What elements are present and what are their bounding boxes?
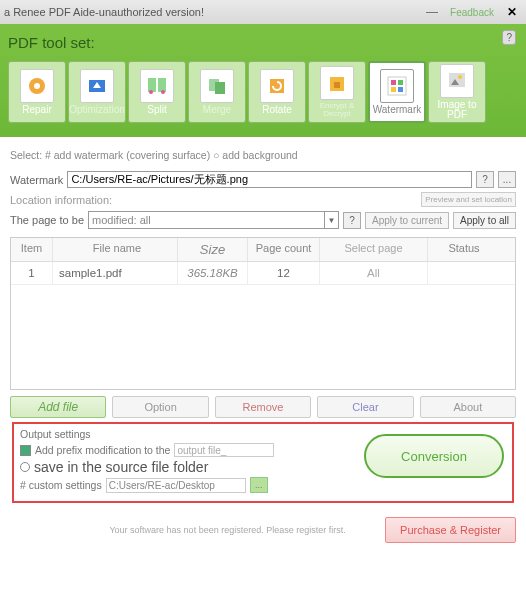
clear-button[interactable]: Clear (317, 396, 413, 418)
svg-rect-16 (391, 87, 396, 92)
optimize-icon (80, 69, 114, 103)
feedback-link[interactable]: Feadback (450, 7, 494, 18)
svg-rect-9 (215, 82, 225, 94)
gear-icon (20, 69, 54, 103)
watermark-help-button[interactable]: ? (476, 171, 494, 188)
footer: Your software has not been registered. P… (0, 511, 526, 549)
watermark-label: Watermark (10, 174, 63, 186)
cell-status (428, 262, 500, 284)
custom-row: # custom settings ... (20, 477, 506, 493)
svg-rect-13 (388, 77, 406, 95)
th-item: Item (11, 238, 53, 261)
prefix-input[interactable] (174, 443, 274, 457)
tool-label: Rotate (262, 105, 291, 115)
action-button-row: Add file Option Remove Clear About (10, 396, 516, 418)
watermark-path-input[interactable] (67, 171, 472, 188)
cell-size: 365.18KB (178, 262, 248, 284)
tool-label: Split (147, 105, 166, 115)
svg-rect-4 (148, 78, 156, 92)
purchase-register-button[interactable]: Purchase & Register (385, 517, 516, 543)
watermark-browse-button[interactable]: ... (498, 171, 516, 188)
prefix-checkbox[interactable] (20, 445, 31, 456)
cell-page: 12 (248, 262, 320, 284)
close-button[interactable]: ✕ (502, 4, 522, 20)
merge-icon (200, 69, 234, 103)
option-button[interactable]: Option (112, 396, 208, 418)
tool-label: Repair (22, 105, 51, 115)
panel-title: PDF tool set: (8, 34, 518, 51)
tool-split[interactable]: Split (128, 61, 186, 123)
footer-text: Your software has not been registered. P… (10, 525, 385, 535)
titlebar-text: a Renee PDF Aide-unauthorized version! (4, 6, 422, 18)
custom-label: # custom settings (20, 479, 102, 491)
scissors-icon (140, 69, 174, 103)
table-header: Item File name Size Page count Select pa… (11, 238, 515, 262)
toolset-panel: ? PDF tool set: Repair Optimization Spli… (0, 24, 526, 137)
page-mod-label: The page to be (10, 214, 84, 226)
select-mode-row[interactable]: Select: # add watermark (covering surfac… (10, 149, 516, 161)
image-pdf-icon (440, 64, 474, 98)
tool-row: Repair Optimization Split Merge Rotate E… (8, 61, 518, 123)
remove-button[interactable]: Remove (215, 396, 311, 418)
cell-item: 1 (11, 262, 53, 284)
page-mod-value: modified: all (92, 214, 151, 226)
location-label: Location information: (10, 194, 421, 206)
page-mod-select[interactable]: modified: all ▼ (88, 211, 339, 229)
tool-rotate[interactable]: Rotate (248, 61, 306, 123)
conversion-button[interactable]: Conversion (364, 434, 504, 478)
save-folder-radio[interactable] (20, 462, 30, 472)
prefix-label: Add prefix modification to the (35, 444, 170, 456)
apply-all-button[interactable]: Apply to all (453, 212, 516, 229)
file-table: Item File name Size Page count Select pa… (10, 237, 516, 390)
rotate-icon (260, 69, 294, 103)
save-folder-label: save in the source file folder (34, 459, 208, 475)
svg-rect-17 (398, 87, 403, 92)
watermark-row: Watermark ? ... (10, 171, 516, 188)
preview-location-button[interactable]: Preview and set location (421, 192, 516, 207)
tool-watermark[interactable]: Watermark (368, 61, 426, 123)
tool-label: Watermark (373, 105, 422, 115)
custom-browse-button[interactable]: ... (250, 477, 268, 493)
watermark-icon (380, 69, 414, 103)
cell-file: sample1.pdf (53, 262, 178, 284)
tool-repair[interactable]: Repair (8, 61, 66, 123)
svg-point-7 (161, 90, 165, 94)
th-size: Size (178, 238, 248, 261)
svg-point-1 (34, 83, 40, 89)
tool-label: Image to PDF (429, 100, 485, 120)
svg-rect-5 (158, 78, 166, 92)
about-button[interactable]: About (420, 396, 516, 418)
chevron-down-icon: ▼ (324, 212, 338, 228)
tool-optimization[interactable]: Optimization (68, 61, 126, 123)
svg-rect-12 (334, 82, 340, 88)
svg-rect-14 (391, 80, 396, 85)
tool-label: Optimization (69, 105, 125, 115)
page-mod-row: The page to be modified: all ▼ ? Apply t… (10, 211, 516, 229)
page-mod-help-button[interactable]: ? (343, 212, 361, 229)
svg-point-6 (149, 90, 153, 94)
th-select: Select page (320, 238, 428, 261)
minimize-button[interactable]: — (422, 4, 442, 20)
th-file: File name (53, 238, 178, 261)
output-settings-box: Output settings Add prefix modification … (12, 422, 514, 503)
th-page: Page count (248, 238, 320, 261)
add-file-button[interactable]: Add file (10, 396, 106, 418)
tool-encrypt[interactable]: Encrypt & Decrypt (308, 61, 366, 123)
custom-path-input[interactable] (106, 478, 246, 493)
table-body: 1 sample1.pdf 365.18KB 12 All (11, 262, 515, 389)
svg-point-20 (458, 75, 462, 79)
titlebar: a Renee PDF Aide-unauthorized version! —… (0, 0, 526, 24)
tool-label: Merge (203, 105, 231, 115)
lock-icon (320, 66, 354, 100)
panel-help-icon[interactable]: ? (502, 30, 516, 45)
location-row: Location information: Preview and set lo… (10, 192, 516, 207)
table-row[interactable]: 1 sample1.pdf 365.18KB 12 All (11, 262, 515, 285)
tool-merge[interactable]: Merge (188, 61, 246, 123)
tool-label: Encrypt & Decrypt (309, 102, 365, 118)
th-status: Status (428, 238, 500, 261)
cell-select[interactable]: All (320, 262, 428, 284)
apply-current-button[interactable]: Apply to current (365, 212, 449, 229)
tool-image-to-pdf[interactable]: Image to PDF (428, 61, 486, 123)
svg-rect-15 (398, 80, 403, 85)
